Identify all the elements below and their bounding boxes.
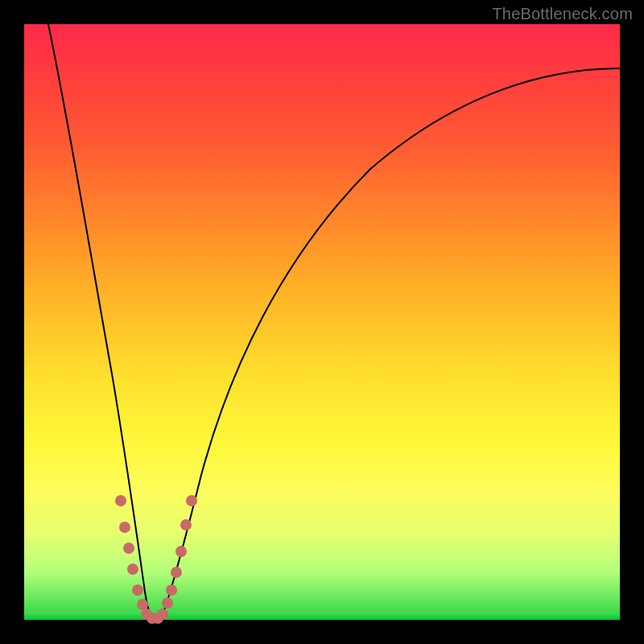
chart-frame: TheBottleneck.com bbox=[0, 0, 644, 644]
right-branch-curve bbox=[161, 68, 620, 618]
marker-right bbox=[171, 567, 182, 578]
marker-left bbox=[137, 599, 148, 610]
marker-left bbox=[132, 584, 143, 596]
marker-group bbox=[115, 495, 197, 624]
marker-right bbox=[186, 495, 197, 506]
marker-left bbox=[127, 564, 138, 575]
marker-left bbox=[123, 543, 134, 554]
marker-left bbox=[119, 522, 130, 533]
marker-right bbox=[175, 546, 187, 557]
marker-right bbox=[157, 609, 168, 620]
watermark-text: TheBottleneck.com bbox=[492, 5, 633, 23]
marker-right bbox=[166, 584, 177, 596]
marker-right bbox=[162, 597, 173, 609]
marker-left bbox=[115, 495, 126, 506]
left-branch-curve bbox=[48, 24, 153, 618]
curve-layer bbox=[24, 24, 620, 620]
marker-right bbox=[180, 519, 192, 530]
plot-area bbox=[24, 24, 620, 620]
